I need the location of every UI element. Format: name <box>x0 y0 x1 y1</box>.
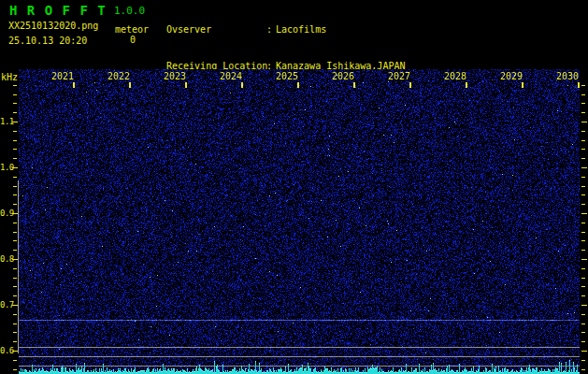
freq-major-tick <box>12 213 18 214</box>
freq-minor-tick <box>13 232 17 233</box>
freq-minor-tick <box>13 223 17 223</box>
freq-minor-tick-right <box>581 186 585 187</box>
freq-minor-tick <box>13 149 17 150</box>
freq-minor-tick-right <box>581 250 585 251</box>
freq-minor-tick <box>13 278 17 279</box>
freq-minor-tick <box>13 204 17 205</box>
time-tick <box>578 82 580 88</box>
freq-minor-tick <box>13 268 17 269</box>
freq-axis-label: 0.8 <box>0 254 12 264</box>
freq-minor-tick <box>13 140 17 141</box>
freq-minor-tick <box>13 332 17 333</box>
freq-major-tick-right <box>581 305 587 306</box>
freq-minor-tick-right <box>581 194 585 195</box>
freq-major-tick-right <box>581 213 587 214</box>
freq-minor-tick-right <box>581 324 585 324</box>
time-tick <box>73 82 75 88</box>
freq-axis-label: 1.0 <box>0 163 12 172</box>
freq-major-tick <box>12 259 18 260</box>
freq-major-tick <box>12 122 18 122</box>
time-tick <box>466 82 467 88</box>
time-axis-label: 2023 <box>163 71 186 82</box>
freq-minor-tick <box>13 341 17 342</box>
freq-minor-tick-right <box>581 240 585 241</box>
time-tick <box>129 82 131 88</box>
freq-minor-tick-right <box>581 204 585 205</box>
freq-minor-tick <box>13 324 17 324</box>
hrofft-screen: H R O F F T 1.0.0 XX2510132020.png meteo… <box>0 0 588 374</box>
freq-minor-tick <box>13 177 17 178</box>
observation-datetime: 25.10.13 20:20 <box>8 36 87 47</box>
freq-minor-tick-right <box>581 158 585 159</box>
freq-minor-tick-right <box>581 278 585 279</box>
freq-minor-tick <box>13 295 17 296</box>
freq-minor-tick-right <box>581 286 585 287</box>
freq-minor-tick-right <box>581 177 585 178</box>
freq-minor-tick-right <box>581 369 585 370</box>
app-version: 1.0.0 <box>114 5 145 17</box>
freq-minor-tick <box>13 250 17 251</box>
freq-minor-tick <box>13 85 17 86</box>
freq-major-tick <box>12 305 18 306</box>
freq-minor-tick <box>13 286 17 287</box>
time-tick <box>353 82 355 88</box>
freq-minor-tick-right <box>581 295 585 296</box>
info-colon: : <box>266 24 276 38</box>
time-axis-label: 2030 <box>555 71 579 82</box>
time-axis-label: 2027 <box>387 71 410 82</box>
freq-minor-tick-right <box>581 85 585 86</box>
output-filename: XX2510132020.png <box>8 21 98 32</box>
freq-minor-tick-right <box>581 360 585 361</box>
freq-minor-tick <box>13 94 17 95</box>
spectrogram-canvas <box>19 69 580 374</box>
freq-minor-tick <box>13 369 17 370</box>
freq-major-tick-right <box>581 259 587 260</box>
time-tick <box>185 82 187 88</box>
freq-minor-tick-right <box>581 103 585 104</box>
freq-major-tick-right <box>581 351 587 352</box>
freq-minor-tick <box>13 360 17 361</box>
freq-minor-tick <box>13 314 17 315</box>
time-tick <box>241 82 243 88</box>
freq-minor-tick <box>13 194 17 195</box>
freq-minor-tick-right <box>581 131 585 132</box>
freq-minor-tick-right <box>581 223 585 223</box>
freq-minor-tick-right <box>581 149 585 150</box>
freq-axis-unit-label: kHz <box>0 72 18 83</box>
freq-minor-tick-right <box>581 268 585 269</box>
freq-minor-tick <box>13 112 17 113</box>
time-axis-label: 2028 <box>443 71 466 82</box>
meteor-counter-value: 0 <box>115 35 151 46</box>
freq-minor-tick <box>13 240 17 241</box>
freq-minor-tick <box>13 131 17 132</box>
time-tick <box>409 82 411 88</box>
freq-minor-tick-right <box>581 314 585 315</box>
time-axis-label: 2025 <box>275 71 298 82</box>
freq-minor-tick <box>13 103 17 104</box>
time-axis-label: 2022 <box>107 71 130 82</box>
freq-axis-label: 0.6 <box>0 346 12 355</box>
freq-minor-tick <box>13 186 17 187</box>
time-axis-label: 2029 <box>499 71 523 82</box>
freq-minor-tick-right <box>581 341 585 342</box>
freq-minor-tick-right <box>581 140 585 141</box>
freq-minor-tick-right <box>581 112 585 113</box>
time-axis-label: 2024 <box>219 71 242 82</box>
freq-major-tick-right <box>581 122 587 122</box>
info-value: Lacofilms <box>276 24 326 38</box>
info-row-observer: Ovserver : Lacofilms <box>166 24 405 38</box>
count-band-marker-line <box>18 180 19 353</box>
freq-minor-tick-right <box>581 232 585 233</box>
time-tick <box>522 82 523 88</box>
freq-major-tick <box>12 167 18 168</box>
time-axis-label: 2021 <box>50 71 74 82</box>
freq-axis-label: 1.1 <box>0 117 12 126</box>
freq-axis-label: 0.9 <box>0 209 12 218</box>
freq-minor-tick-right <box>581 332 585 333</box>
freq-major-tick-right <box>581 167 587 168</box>
freq-axis-label: 0.7 <box>0 300 12 309</box>
freq-minor-tick-right <box>581 94 585 95</box>
info-label: Ovserver <box>166 24 266 38</box>
time-axis-label: 2026 <box>331 71 354 82</box>
freq-minor-tick <box>13 158 17 159</box>
